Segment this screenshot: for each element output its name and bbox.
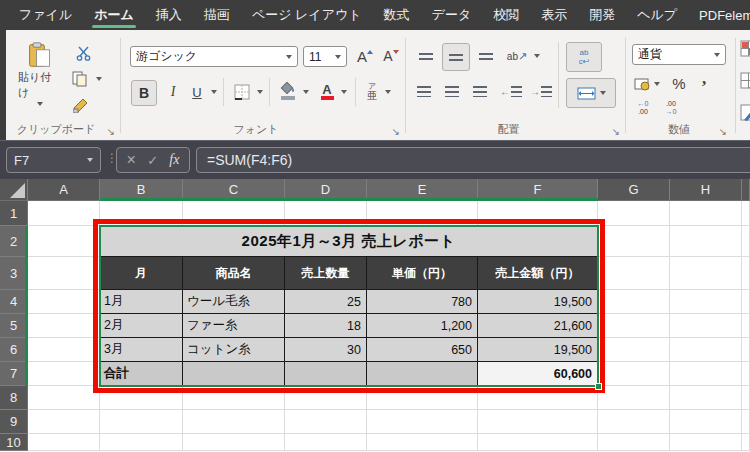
row-header-8[interactable]: 8 [0,386,28,410]
cut-button[interactable] [72,44,94,62]
cell[interactable] [28,226,100,257]
cell[interactable] [183,434,285,451]
cell[interactable] [670,226,742,257]
cell[interactable] [367,410,478,434]
table-total-label-cell[interactable]: 合計 [100,362,183,386]
column-header-G[interactable]: G [598,179,670,201]
percent-style-button[interactable]: % [668,72,690,94]
cell[interactable] [100,410,183,434]
menu-tab[interactable]: データ [421,0,483,30]
menu-tab[interactable]: 数式 [373,0,421,30]
column-header-H[interactable]: H [670,179,742,201]
cell[interactable] [670,257,742,290]
cell[interactable] [670,290,742,314]
align-center-button[interactable] [440,80,464,102]
phonetic-guide-button[interactable]: ア 亜 [362,78,382,104]
cancel-icon[interactable]: × [127,151,136,169]
cell[interactable] [478,386,598,410]
table-total-empty-cell[interactable] [183,362,285,386]
table-total-empty-cell[interactable] [285,362,367,386]
cell[interactable] [742,362,750,386]
cell[interactable] [598,338,670,362]
table-data-cell[interactable]: 650 [367,338,478,362]
font-color-button[interactable]: A [317,78,337,104]
row-header-6[interactable]: 6 [0,338,28,362]
table-header-cell[interactable]: 売上数量 [285,257,367,290]
cell[interactable] [367,434,478,451]
cell[interactable] [28,386,100,410]
align-right-button[interactable] [468,80,492,102]
table-data-cell[interactable]: 1月 [100,290,183,314]
table-data-cell[interactable]: 30 [285,338,367,362]
cell[interactable] [598,386,670,410]
insert-function-icon[interactable]: fx [169,152,179,168]
row-header-4[interactable]: 4 [0,290,28,314]
formula-input[interactable]: =SUM(F4:F6) [196,147,750,173]
cell[interactable] [742,257,750,290]
cell[interactable] [670,362,742,386]
cell[interactable] [598,410,670,434]
table-data-cell[interactable]: 780 [367,290,478,314]
cell[interactable] [28,201,100,226]
active-cell-F7[interactable]: 60,600 [478,362,598,386]
font-name-select[interactable]: 游ゴシック [130,46,298,67]
table-data-cell[interactable]: 18 [285,314,367,338]
cell[interactable] [183,386,285,410]
font-dialog-launcher-icon[interactable]: ↘ [392,127,400,137]
cell[interactable] [367,201,478,226]
middle-align-button[interactable] [442,43,470,71]
align-left-button[interactable] [412,80,436,102]
cell[interactable] [28,362,100,386]
menu-tab[interactable]: PDFelement [688,0,750,30]
cell[interactable] [183,201,285,226]
table-data-cell[interactable]: ウール毛糸 [183,290,285,314]
table-header-cell[interactable]: 単価（円） [367,257,478,290]
number-dialog-launcher-icon[interactable]: ↘ [719,127,727,137]
row-header-5[interactable]: 5 [0,314,28,338]
menu-tab[interactable]: 開発 [578,0,626,30]
copy-button[interactable] [68,70,90,88]
cell[interactable] [100,201,183,226]
cell[interactable] [670,410,742,434]
cell[interactable] [742,410,750,434]
cell[interactable] [670,434,742,451]
table-data-cell[interactable]: 3月 [100,338,183,362]
cell[interactable] [28,338,100,362]
cell[interactable] [742,338,750,362]
row-header-3[interactable]: 3 [0,257,28,290]
format-as-table-button[interactable] [740,72,750,94]
table-data-cell[interactable]: 19,500 [478,338,598,362]
row-header-9[interactable]: 9 [0,410,28,434]
cell[interactable] [598,226,670,257]
table-header-cell[interactable]: 商品名 [183,257,285,290]
comma-style-button[interactable]: , [696,68,712,90]
format-painter-button[interactable] [70,96,92,114]
underline-button[interactable]: U [187,80,207,104]
decrease-decimal-button[interactable]: .00 →0 [660,100,682,116]
alignment-dialog-launcher-icon[interactable]: ↘ [612,127,620,137]
clipboard-dialog-launcher-icon[interactable]: ↘ [107,127,115,137]
cell[interactable] [478,201,598,226]
select-all-button[interactable] [0,179,28,201]
cell[interactable] [598,314,670,338]
row-header-2[interactable]: 2 [0,226,28,257]
table-data-cell[interactable]: 2月 [100,314,183,338]
increase-indent-button[interactable]: → [528,80,554,102]
column-header-partial[interactable] [742,179,750,201]
table-header-cell[interactable]: 売上金額（円） [478,257,598,290]
table-data-cell[interactable]: コットン糸 [183,338,285,362]
table-data-cell[interactable]: 19,500 [478,290,598,314]
cell[interactable] [285,386,367,410]
accounting-format-button[interactable] [632,74,652,94]
italic-button[interactable]: I [163,80,183,104]
cell[interactable] [742,314,750,338]
increase-decimal-button[interactable]: ←0 .00 [632,100,654,116]
row-header-10[interactable]: 10 [0,434,28,451]
cell[interactable] [670,201,742,226]
merge-center-button[interactable] [566,78,616,108]
cell[interactable] [100,434,183,451]
menu-tab[interactable]: 校閲 [482,0,530,30]
cell[interactable] [598,290,670,314]
menu-tab[interactable]: 描画 [193,0,241,30]
cell[interactable] [670,338,742,362]
